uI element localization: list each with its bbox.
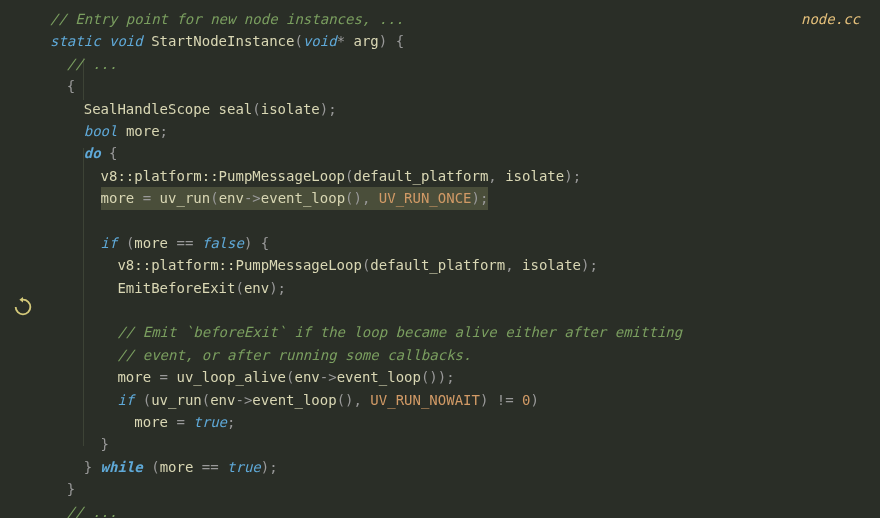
loop-arrow-icon	[12, 296, 34, 318]
code-line	[50, 210, 880, 232]
code-line: // ...	[50, 501, 880, 518]
code-line: {	[50, 75, 880, 97]
comment: // Entry point for new node instances, .…	[50, 11, 404, 27]
highlighted-line: more = uv_run(env->event_loop(), UV_RUN_…	[101, 187, 489, 209]
code-line: // Entry point for new node instances, .…	[50, 8, 880, 30]
code-line: static void StartNodeInstance(void* arg)…	[50, 30, 880, 52]
code-line: do {	[50, 142, 880, 164]
code-line: SealHandleScope seal(isolate);	[50, 98, 880, 120]
code-line: v8::platform::PumpMessageLoop(default_pl…	[50, 165, 880, 187]
indent-guide	[83, 148, 84, 446]
code-line: EmitBeforeExit(env);	[50, 277, 880, 299]
code-line: // Emit `beforeExit` if the loop became …	[50, 321, 880, 343]
code-line: if (more == false) {	[50, 232, 880, 254]
code-editor[interactable]: node.cc // Entry point for new node inst…	[0, 0, 880, 518]
code-line: more = uv_run(env->event_loop(), UV_RUN_…	[50, 187, 880, 209]
indent-guide	[83, 58, 84, 100]
code-line: }	[50, 478, 880, 500]
code-line: more = true;	[50, 411, 880, 433]
code-line: v8::platform::PumpMessageLoop(default_pl…	[50, 254, 880, 276]
code-line	[50, 299, 880, 321]
code-line: // ...	[50, 53, 880, 75]
code-line: if (uv_run(env->event_loop(), UV_RUN_NOW…	[50, 389, 880, 411]
filename-label: node.cc	[801, 8, 860, 30]
code-line: // event, or after running some callback…	[50, 344, 880, 366]
code-line: }	[50, 433, 880, 455]
code-line: } while (more == true);	[50, 456, 880, 478]
code-line: more = uv_loop_alive(env->event_loop());	[50, 366, 880, 388]
code-line: bool more;	[50, 120, 880, 142]
